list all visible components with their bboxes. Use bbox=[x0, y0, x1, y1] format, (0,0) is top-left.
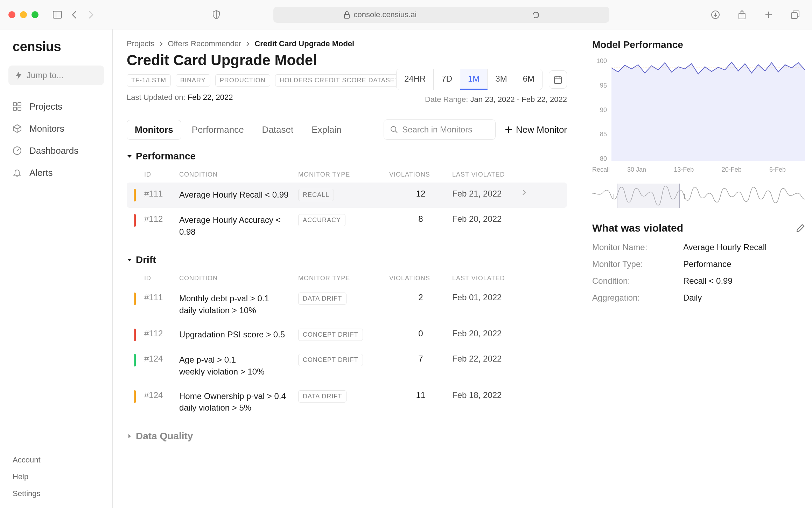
sidebar-footer-account[interactable]: Account bbox=[13, 455, 104, 465]
tag: PRODUCTION bbox=[215, 74, 270, 87]
svg-marker-28 bbox=[128, 434, 131, 438]
col-id: ID bbox=[144, 171, 179, 178]
section-performance-header[interactable]: Performance bbox=[127, 151, 567, 162]
new-monitor-button[interactable]: New Monitor bbox=[505, 124, 567, 135]
forward-icon[interactable] bbox=[86, 10, 96, 20]
date-range-label: Date Range: bbox=[425, 95, 468, 104]
detail-panel: Model Performance 100 95 90 85 80 Recall… bbox=[581, 29, 812, 508]
section-drift-header[interactable]: Drift bbox=[127, 254, 567, 266]
col-last: LAST VIOLATED bbox=[452, 275, 522, 282]
svg-line-23 bbox=[395, 131, 397, 133]
search-icon bbox=[390, 126, 398, 133]
breadcrumb-item[interactable]: Projects bbox=[127, 39, 154, 48]
col-condition: CONDITION bbox=[179, 275, 298, 282]
col-condition: CONDITION bbox=[179, 171, 298, 178]
kv-key: Aggregation: bbox=[592, 293, 683, 303]
calendar-icon bbox=[553, 75, 562, 84]
tabs-right: Search in Monitors New Monitor bbox=[384, 119, 567, 140]
gauge-icon bbox=[13, 146, 22, 156]
jump-to-button[interactable]: Jump to... bbox=[8, 66, 104, 85]
calendar-button[interactable] bbox=[549, 70, 567, 89]
x-axis: Recall 30 Jan 13-Feb 20-Feb 6-Feb bbox=[592, 166, 805, 177]
svg-rect-0 bbox=[53, 11, 62, 18]
tab-dataset[interactable]: Dataset bbox=[254, 120, 301, 139]
pencil-icon bbox=[796, 224, 805, 233]
new-tab-icon[interactable] bbox=[764, 10, 774, 20]
cell-id: #111 bbox=[144, 189, 179, 199]
address-bar[interactable]: console.censius.ai bbox=[273, 7, 609, 23]
sidebar-item-monitors[interactable]: Monitors bbox=[8, 118, 104, 140]
lightning-icon bbox=[15, 71, 22, 80]
section-title: Performance bbox=[136, 151, 196, 162]
range-btn-7d[interactable]: 7D bbox=[434, 69, 460, 90]
bell-icon bbox=[13, 168, 22, 178]
cell-violations: 0 bbox=[389, 329, 452, 338]
range-btn-1m[interactable]: 1M bbox=[460, 69, 488, 90]
svg-marker-27 bbox=[127, 259, 132, 261]
downloads-icon[interactable] bbox=[710, 10, 720, 20]
cell-violations: 7 bbox=[389, 354, 452, 364]
range-btn-6m[interactable]: 6M bbox=[515, 69, 542, 90]
tab-performance[interactable]: Performance bbox=[184, 120, 252, 139]
reload-icon[interactable] bbox=[532, 11, 539, 19]
section-data-quality-header[interactable]: Data Quality bbox=[127, 431, 567, 442]
y-axis: 100 95 90 85 80 bbox=[592, 57, 610, 163]
type-pill: CONCEPT DRIFT bbox=[298, 354, 363, 366]
range-btn-3m[interactable]: 3M bbox=[488, 69, 515, 90]
minimize-window-button[interactable] bbox=[20, 11, 27, 18]
updated-label: Last Updated on: bbox=[127, 93, 186, 102]
close-window-button[interactable] bbox=[8, 11, 15, 18]
cell-id: #112 bbox=[144, 214, 179, 224]
table-header: ID CONDITION MONITOR TYPE VIOLATIONS LAS… bbox=[127, 270, 567, 286]
sidebar-item-dashboards[interactable]: Dashboards bbox=[8, 140, 104, 162]
violated-header: What was violated bbox=[592, 222, 805, 234]
sidebar-footer-help[interactable]: Help bbox=[13, 472, 104, 481]
kv-key: Monitor Type: bbox=[592, 259, 683, 269]
back-icon[interactable] bbox=[69, 10, 79, 20]
cell-id: #124 bbox=[144, 354, 179, 364]
cell-condition: Upgradation PSI score > 0.5 bbox=[179, 329, 298, 341]
table-row[interactable]: #111 Monthly debt p-val > 0.1daily viola… bbox=[127, 286, 567, 322]
breadcrumb-item[interactable]: Offers Recommender bbox=[168, 39, 241, 48]
table-row[interactable]: #111 Average Hourly Recall < 0.99 RECALL… bbox=[127, 183, 567, 208]
cell-condition: Average Hourly Accuracy < 0.98 bbox=[179, 214, 298, 238]
kv-val: Performance bbox=[683, 259, 805, 269]
search-input[interactable]: Search in Monitors bbox=[384, 119, 496, 140]
tabs-icon[interactable] bbox=[790, 10, 800, 20]
cell-type: CONCEPT DRIFT bbox=[298, 329, 389, 341]
sidebar-item-projects[interactable]: Projects bbox=[8, 96, 104, 118]
kv-val: Daily bbox=[683, 293, 805, 303]
range-btn-24hr[interactable]: 24HR bbox=[397, 69, 434, 90]
range-picker: 24HR 7D 1M 3M 6M bbox=[396, 69, 567, 90]
type-pill: CONCEPT DRIFT bbox=[298, 329, 363, 341]
cell-violations: 2 bbox=[389, 293, 452, 302]
breadcrumb: Projects Offers Recommender Credit Card … bbox=[127, 39, 567, 48]
svg-rect-14 bbox=[18, 107, 21, 110]
tab-explain[interactable]: Explain bbox=[304, 120, 349, 139]
tab-monitors[interactable]: Monitors bbox=[127, 120, 181, 140]
table-row[interactable]: #124 Age p-val > 0.1weekly violation > 1… bbox=[127, 348, 567, 384]
brush-area[interactable]: || || bbox=[592, 184, 805, 208]
edit-button[interactable] bbox=[796, 224, 805, 233]
table-row[interactable]: #112 Upgradation PSI score > 0.5 CONCEPT… bbox=[127, 322, 567, 348]
shield-icon[interactable] bbox=[211, 10, 221, 20]
chevron-right-icon bbox=[159, 41, 163, 47]
kv-val: Average Hourly Recall bbox=[683, 242, 805, 252]
maximize-window-button[interactable] bbox=[31, 11, 38, 18]
sidebar-footer-settings[interactable]: Settings bbox=[13, 489, 104, 498]
chart-title: Model Performance bbox=[592, 39, 805, 50]
sidebar-item-label: Dashboards bbox=[29, 145, 78, 156]
sidebar-toggle-icon[interactable] bbox=[52, 10, 62, 20]
col-type: MONITOR TYPE bbox=[298, 275, 389, 282]
sidebar: censius Jump to... Projects Monitors Das… bbox=[0, 29, 113, 508]
url-text: console.censius.ai bbox=[354, 10, 416, 19]
table-row[interactable]: #124 Home Ownership p-val > 0.4daily vio… bbox=[127, 384, 567, 420]
share-icon[interactable] bbox=[737, 10, 747, 20]
new-monitor-label: New Monitor bbox=[516, 124, 567, 135]
line-chart[interactable] bbox=[611, 57, 805, 161]
table-row[interactable]: #112 Average Hourly Accuracy < 0.98 ACCU… bbox=[127, 208, 567, 244]
cell-id: #111 bbox=[144, 293, 179, 302]
cell-type: CONCEPT DRIFT bbox=[298, 354, 389, 366]
brush-window[interactable]: || || bbox=[617, 184, 680, 208]
sidebar-item-alerts[interactable]: Alerts bbox=[8, 162, 104, 184]
